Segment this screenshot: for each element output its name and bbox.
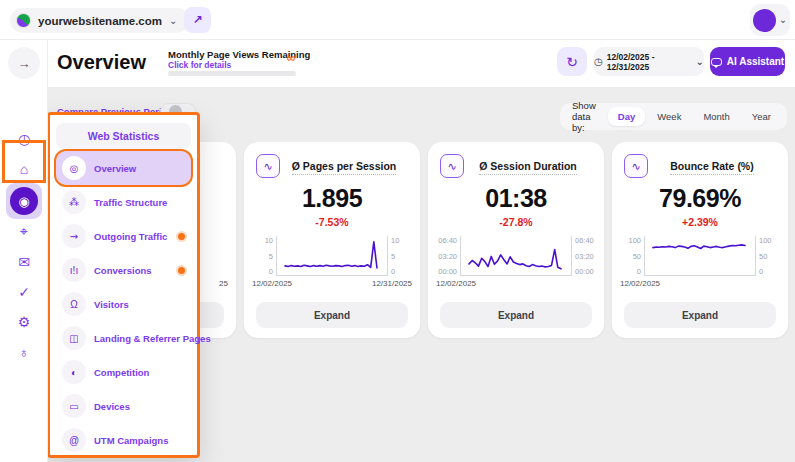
sidebar-item-web-statistics[interactable]: ◉ [6,183,42,219]
topbar: yourwebsitename.com ⌄ ↗ ⌄ [0,0,795,40]
site-selector[interactable]: yourwebsitename.com ⌄ [10,8,189,33]
menu-item-landing-referrer-pages[interactable]: ◫ Landing & Referrer Pages [56,321,191,355]
menu-item-conversions[interactable]: ı!ı Conversions [56,253,191,287]
ytick: 06:40 [575,236,594,245]
menu-item-label: Overview [94,163,136,174]
metric-change: -27.8% [428,216,604,228]
conversions-icon: ı!ı [62,258,86,282]
store-bag-icon[interactable]: ⌂ [8,153,40,185]
card-title: Bounce Rate (%) [648,160,776,172]
ytick: 03:20 [575,252,594,261]
ytick: 10 [391,236,399,245]
expand-button[interactable]: Expand [440,302,592,328]
open-site-button[interactable]: ↗ [184,7,211,33]
card-title: Ø Pages per Session [280,160,408,172]
traffic-structure-icon: ⁂ [62,190,86,214]
ytick: 50 [633,252,641,261]
ytick: 5 [391,252,395,261]
metric-change: -7.53% [244,216,420,228]
chat-bubble-icon [711,58,722,66]
period-year[interactable]: Year [742,107,781,126]
ytick: 06:40 [438,236,457,245]
date-range-value: 12/02/2025 - 12/31/2025 [607,52,692,72]
menu-item-visitors[interactable]: Ω Visitors [56,287,191,321]
period-month[interactable]: Month [693,107,739,126]
site-name: yourwebsitename.com [38,15,162,27]
ytick: 03:20 [438,252,457,261]
ytick: 50 [759,252,767,261]
period-week[interactable]: Week [647,107,691,126]
pageviews-progress-bar [168,71,296,76]
ytick: 00:00 [575,267,594,276]
ytick: 0 [269,267,273,276]
line-chart-icon: ∿ [440,154,464,178]
location-pin-icon[interactable]: ♁ [8,336,40,368]
utm-campaigns-icon: @ [62,428,86,452]
menu-item-outgoing-traffic[interactable]: ⇝ Outgoing Traffic [56,219,191,253]
xaxis-end-label: 12/31/2025 [372,279,412,288]
expand-button[interactable]: Expand [624,302,776,328]
ytick: 100 [628,236,641,245]
ytick: 5 [269,252,273,261]
menu-item-label: Traffic Structure [94,197,167,208]
menu-title: Web Statistics [56,123,191,149]
show-data-by-control: Show data by: Day Week Month Year [560,103,787,130]
clock-icon: ◷ [594,56,603,67]
card-title: Ø Session Duration [464,160,592,172]
stat-card-bounce-rate: ∿ Bounce Rate (%) 79.69% +2.39% 100 50 0… [612,142,788,338]
account-menu[interactable]: ⌄ [750,4,790,36]
ytick: 10 [265,236,273,245]
audience-target-icon[interactable]: ⌖ [8,215,40,247]
sparkline-chart: 100 50 0 100 50 0 [620,236,780,276]
messages-icon[interactable]: ✉ [8,246,40,278]
stat-card-session-duration: ∿ Ø Session Duration 01:38 -27.8% 06:40 … [428,142,604,338]
metric-value: 01:38 [428,184,604,213]
menu-item-label: Conversions [94,265,152,276]
menu-item-devices[interactable]: ▭ Devices [56,389,191,423]
sparkline [645,236,755,274]
dashboard-pie-icon[interactable]: ◴ [8,123,40,155]
metric-value: 1.895 [244,184,420,213]
sparkline-chart: 10 5 0 10 5 0 [252,236,412,276]
menu-item-traffic-structure[interactable]: ⁂ Traffic Structure [56,185,191,219]
sparkline-chart: 06:40 03:20 00:00 06:40 03:20 00:00 [436,236,596,276]
menu-item-label: Devices [94,401,130,412]
menu-item-overview[interactable]: ◎ Overview [56,151,191,185]
menu-item-competition[interactable]: ◐ Competition [56,355,191,389]
ytick: 100 [759,236,772,245]
external-link-icon: ↗ [192,13,202,27]
menu-item-label: Landing & Referrer Pages [94,333,211,344]
menu-item-utm-campaigns[interactable]: @ UTM Campaigns [56,423,191,457]
app-sidebar: → ◴ ⌂ ◉ ⌖ ✉ ✓ ⚙ ♁ [0,40,48,462]
web-statistics-icon: ◉ [10,187,38,215]
date-range-picker[interactable]: ◷ 12/02/2025 - 12/31/2025 ⌄ [594,47,704,76]
visitors-icon: Ω [62,292,86,316]
pageviews-details-link[interactable]: Click for details [168,60,231,70]
xaxis-start-label: 12/02/2025 [252,279,292,288]
collapse-arrow-icon[interactable]: → [8,47,40,79]
expand-button[interactable]: Expand [256,302,408,328]
site-logo-icon [16,13,31,28]
xaxis-start-label: 12/02/2025 [620,279,660,288]
shield-check-icon[interactable]: ✓ [8,276,40,308]
menu-item-label: Visitors [94,299,129,310]
stat-card-pages-per-session: ∿ Ø Pages per Session 1.895 -7.53% 10 5 … [244,142,420,338]
ai-assistant-button[interactable]: AI Assistant [710,47,785,76]
refresh-icon: ↻ [566,54,578,70]
ytick: 0 [391,267,395,276]
ytick: 00:00 [438,267,457,276]
period-day[interactable]: Day [608,107,645,126]
refresh-button[interactable]: ↻ [557,47,587,76]
settings-gear-icon[interactable]: ⚙ [8,306,40,338]
metric-value: 79.69% [612,184,788,213]
chevron-down-icon: ⌄ [696,57,704,67]
sparkline [461,236,571,274]
competition-icon: ◐ [62,360,86,384]
ytick: 0 [759,267,763,276]
notification-dot [178,233,185,240]
devices-icon: ▭ [62,394,86,418]
line-chart-icon: ∿ [256,154,280,178]
metric-change: +2.39% [612,216,788,228]
ytick: 0 [637,267,641,276]
page-title: Overview [57,51,146,74]
